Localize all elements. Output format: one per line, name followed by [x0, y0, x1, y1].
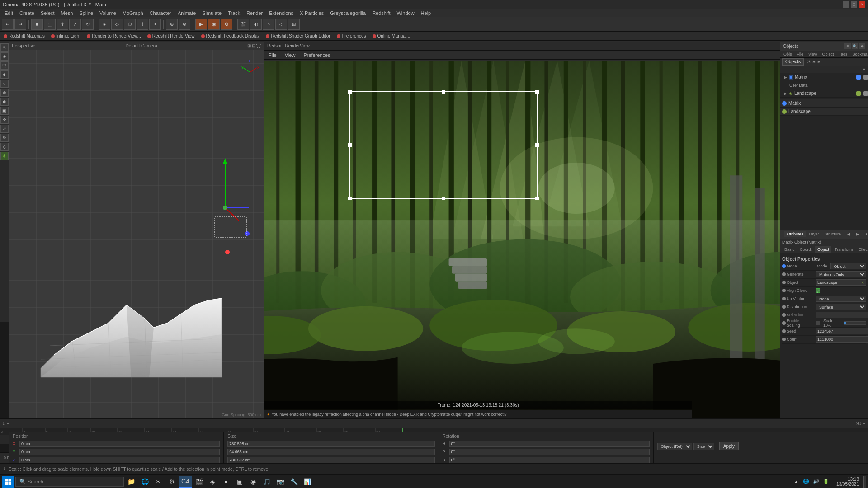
minimize-button[interactable]: ─ — [843, 1, 849, 8]
attr-count-input[interactable] — [816, 336, 868, 343]
rs-renderview-btn[interactable]: Redshift RenderView — [146, 32, 197, 40]
attr-align-checkbox[interactable]: ✓ — [816, 288, 820, 293]
tree-expand-landscape[interactable]: ▶ — [784, 91, 787, 96]
taskbar-icon-c4d[interactable]: C4 — [179, 476, 192, 488]
tree-expand-matrix[interactable]: ▶ — [784, 75, 787, 80]
attr-mode-select[interactable]: Object — [830, 263, 866, 269]
size-z-input[interactable] — [227, 457, 434, 463]
mode-btn-2[interactable]: ◈ — [0, 52, 9, 61]
menu-edit[interactable]: Edit — [2, 9, 16, 17]
subtab-file[interactable]: File — [795, 51, 806, 57]
menu-simulate[interactable]: Simulate — [199, 9, 224, 17]
undo-button[interactable]: ↩ — [2, 19, 14, 30]
menu-redshift[interactable]: Redshift — [369, 9, 393, 17]
attr-scaling-checkbox[interactable] — [816, 321, 820, 325]
tray-icon-arrow[interactable]: ▲ — [792, 478, 800, 486]
pos-x-input[interactable] — [19, 441, 220, 447]
mode-btn-10[interactable]: ⤢ — [0, 125, 9, 133]
mode-btn-11[interactable]: ↻ — [0, 134, 9, 142]
rs-preferences-btn[interactable]: Preferences — [335, 32, 368, 40]
render-menu-file[interactable]: File — [266, 51, 279, 59]
viewport-expand[interactable]: ⊞ — [247, 43, 251, 48]
rs-materials-btn[interactable]: Redshift Materials — [2, 32, 47, 40]
tree-item-userdata[interactable]: User Data — [780, 81, 868, 89]
subtab-objs[interactable]: Objs — [781, 51, 794, 57]
axis-button[interactable]: ⊗ — [179, 19, 190, 30]
size-x-input[interactable] — [227, 441, 434, 447]
xref-button[interactable]: ⊞ — [288, 19, 300, 30]
mesh-mode[interactable]: ◇ — [111, 19, 123, 30]
menu-create[interactable]: Create — [17, 9, 37, 17]
taskbar-icon-app4[interactable]: ● — [220, 476, 232, 488]
viewport-shrink[interactable]: ⊟ — [252, 43, 255, 48]
attr-seed-input[interactable] — [816, 328, 868, 334]
close-button[interactable]: ✕ — [859, 1, 865, 8]
subtab-bookmarks[interactable]: Bookmarks — [850, 51, 868, 57]
snap-button[interactable]: ⊕ — [166, 19, 178, 30]
mode-btn-5[interactable]: ○ — [0, 80, 9, 88]
rs-render-to-view-btn[interactable]: Render to RenderView... — [85, 32, 143, 40]
tray-icon-volume[interactable]: 🔊 — [812, 478, 820, 486]
taskbar-icon-app6[interactable]: ◉ — [247, 476, 259, 488]
subtab-view[interactable]: View — [806, 51, 819, 57]
attr-nav-back[interactable]: ◀ — [845, 231, 853, 237]
menu-spline[interactable]: Spline — [76, 9, 96, 17]
taskbar-icon-app3[interactable]: ◈ — [206, 476, 219, 488]
attr-object-clear[interactable]: ✕ — [861, 281, 864, 285]
mode-btn-4[interactable]: ◆ — [0, 70, 9, 79]
render-menu-view[interactable]: View — [283, 51, 298, 59]
objects-icon-2[interactable]: 🔍 — [852, 43, 858, 49]
rs-shader-graph-btn[interactable]: Redshift Shader Graph Editor — [264, 32, 332, 40]
point-mode[interactable]: • — [149, 19, 161, 30]
edge-mode[interactable]: ⌇ — [137, 19, 148, 30]
viewport-3d[interactable]: Grid Spacing: 500 cm X Y Z — [9, 50, 264, 418]
left-viewport[interactable]: Perspective Default Camera ⊞ ⊟ ⛶ — [9, 42, 264, 418]
taskbar-icon-settings[interactable]: ⚙ — [165, 476, 178, 488]
rotate-button[interactable]: ↻ — [82, 19, 94, 30]
subtab-object[interactable]: Object — [820, 51, 836, 57]
window-controls[interactable]: ─ □ ✕ — [843, 1, 865, 8]
taskbar-icon-mail[interactable]: ✉ — [152, 476, 165, 488]
psr-coord-dropdown[interactable]: Object (Rel) — [657, 443, 692, 450]
viewport-full[interactable]: ⛶ — [256, 43, 261, 48]
mode-btn-13[interactable]: $ — [0, 152, 9, 160]
mode-btn-7[interactable]: ◐ — [0, 98, 9, 106]
attr-tab-layer[interactable]: Layer — [807, 231, 821, 237]
tab-matrix[interactable]: Objects — [782, 58, 804, 66]
menu-xparticles[interactable]: X-Particles — [297, 9, 326, 17]
taskbar-icon-edge[interactable]: 🌐 — [138, 476, 151, 488]
tree-item-matrix[interactable]: ▶ ▣ Matrix — [780, 73, 868, 81]
attr-sel-input[interactable] — [816, 312, 868, 318]
object-button[interactable]: ○ — [263, 19, 274, 30]
menu-greyscale[interactable]: Greyscalegorilla — [327, 9, 368, 17]
edit-render-button[interactable]: 🎬 — [237, 19, 249, 30]
apply-button[interactable]: Apply — [719, 442, 739, 450]
taskbar-icon-app9[interactable]: 🔧 — [288, 476, 300, 488]
maximize-button[interactable]: □ — [851, 1, 857, 8]
scale-button[interactable]: ⤢ — [69, 19, 81, 30]
model-mode[interactable]: ◈ — [99, 19, 110, 30]
objects-icon-1[interactable]: ≡ — [844, 43, 851, 49]
menu-select[interactable]: Select — [38, 9, 57, 17]
mode-btn-12[interactable]: ◇ — [0, 143, 9, 151]
layer-item-matrix[interactable]: Matrix — [780, 99, 868, 108]
right-viewport[interactable]: Redshift RenderView ⊞ ⊟ File View Prefer… — [264, 42, 868, 418]
attr-nav-up[interactable]: ▲ — [862, 231, 868, 237]
move-button[interactable]: ✛ — [57, 19, 68, 30]
taskbar-icon-explorer[interactable]: 📁 — [125, 476, 137, 488]
mode-btn-3[interactable]: ⬚ — [0, 61, 9, 70]
rot-h-input[interactable] — [449, 441, 650, 447]
pos-z-input[interactable] — [19, 457, 220, 463]
rs-infinite-light-btn[interactable]: Infinite Light — [49, 32, 82, 40]
attr-nav-fwd[interactable]: ▶ — [854, 231, 861, 237]
attr-tab-effectors[interactable]: Effectors — [856, 246, 868, 253]
attr-tab-structure[interactable]: Structure — [822, 231, 844, 237]
menu-track[interactable]: Track — [225, 9, 243, 17]
menu-character[interactable]: Character — [147, 9, 174, 17]
menu-help[interactable]: Help — [418, 9, 434, 17]
mode-btn-8[interactable]: ▣ — [0, 107, 9, 115]
rs-manual-btn[interactable]: Online Manual... — [371, 32, 412, 40]
menu-mesh[interactable]: Mesh — [58, 9, 76, 17]
menu-animate[interactable]: Animate — [175, 9, 198, 17]
render-view-button[interactable]: ◉ — [208, 19, 220, 30]
